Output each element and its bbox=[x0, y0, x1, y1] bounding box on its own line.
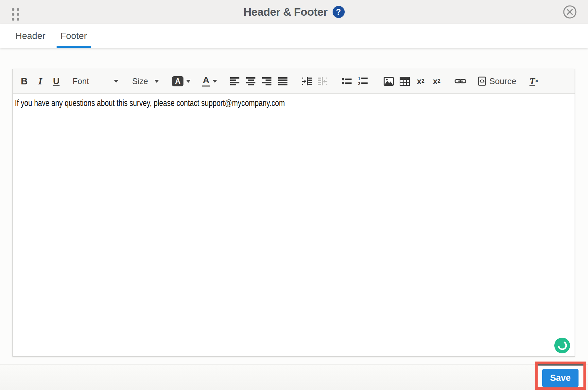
insert-image-button[interactable] bbox=[382, 73, 395, 90]
source-icon bbox=[478, 77, 486, 86]
align-center-button[interactable] bbox=[245, 73, 257, 90]
size-dropdown-label: Size bbox=[132, 77, 148, 86]
rich-text-editor: B I U Font Size A A bbox=[12, 69, 575, 357]
background-color-icon: A bbox=[172, 76, 183, 86]
tab-header[interactable]: Header bbox=[11, 24, 49, 48]
font-dropdown[interactable]: Font bbox=[73, 73, 118, 90]
feedback-widget-icon bbox=[554, 338, 570, 353]
font-dropdown-label: Font bbox=[73, 77, 89, 86]
svg-text:2: 2 bbox=[358, 81, 360, 85]
save-button[interactable]: Save bbox=[542, 369, 579, 387]
align-left-icon bbox=[230, 77, 239, 85]
superscript-button[interactable]: x2 bbox=[430, 73, 443, 90]
justify-button[interactable] bbox=[277, 73, 289, 90]
bulleted-list-button[interactable] bbox=[340, 73, 353, 90]
size-dropdown[interactable]: Size bbox=[132, 73, 159, 90]
text-color-button[interactable]: A bbox=[202, 73, 217, 90]
remove-format-icon: T bbox=[529, 76, 535, 86]
dialog-titlebar: Header & Footer ? bbox=[0, 0, 588, 24]
highlight-annotation-box: Save bbox=[535, 362, 586, 390]
source-button-label: Source bbox=[489, 76, 516, 86]
editor-content-area[interactable]: If you have any questions about this sur… bbox=[13, 94, 575, 356]
dialog-footer bbox=[0, 364, 588, 390]
bold-button[interactable]: B bbox=[18, 73, 30, 90]
chevron-down-icon bbox=[154, 80, 159, 83]
table-icon bbox=[400, 77, 410, 86]
align-right-button[interactable] bbox=[261, 73, 273, 90]
italic-button[interactable]: I bbox=[34, 73, 46, 90]
close-icon[interactable] bbox=[563, 5, 577, 19]
decrease-indent-button[interactable] bbox=[317, 73, 329, 90]
chevron-down-icon bbox=[213, 80, 217, 83]
chevron-down-icon bbox=[114, 80, 118, 83]
dialog-title: Header & Footer bbox=[244, 6, 328, 18]
align-center-icon bbox=[246, 77, 255, 85]
align-right-icon bbox=[262, 77, 271, 85]
numbered-list-button[interactable]: 1 2 bbox=[356, 73, 369, 90]
image-icon bbox=[384, 77, 394, 86]
remove-format-button[interactable]: T× bbox=[528, 73, 540, 90]
chevron-down-icon bbox=[186, 80, 191, 83]
numbered-list-icon: 1 2 bbox=[358, 77, 368, 85]
svg-text:1: 1 bbox=[358, 77, 360, 81]
subscript-button[interactable]: x2 bbox=[414, 73, 427, 90]
decrease-indent-icon bbox=[318, 77, 328, 86]
insert-link-button[interactable] bbox=[454, 73, 467, 90]
justify-icon bbox=[278, 77, 287, 85]
increase-indent-icon bbox=[302, 77, 312, 86]
link-icon bbox=[455, 78, 466, 84]
editor-text[interactable]: If you have any questions about this sur… bbox=[13, 94, 462, 108]
editor-toolbar: B I U Font Size A A bbox=[13, 69, 575, 94]
help-icon[interactable]: ? bbox=[333, 6, 345, 18]
align-left-button[interactable] bbox=[229, 73, 241, 90]
underline-button[interactable]: U bbox=[50, 73, 62, 90]
help-glyph: ? bbox=[336, 7, 341, 17]
tab-bar: Header Footer bbox=[0, 24, 588, 48]
increase-indent-button[interactable] bbox=[301, 73, 313, 90]
text-color-icon: A bbox=[202, 76, 210, 87]
annotation-shadow bbox=[538, 364, 583, 366]
insert-table-button[interactable] bbox=[398, 73, 411, 90]
feedback-widget-button[interactable] bbox=[554, 338, 570, 353]
background-color-button[interactable]: A bbox=[172, 73, 191, 90]
source-button[interactable]: Source bbox=[478, 73, 516, 90]
bulleted-list-icon bbox=[342, 77, 352, 85]
tab-footer[interactable]: Footer bbox=[57, 24, 91, 48]
